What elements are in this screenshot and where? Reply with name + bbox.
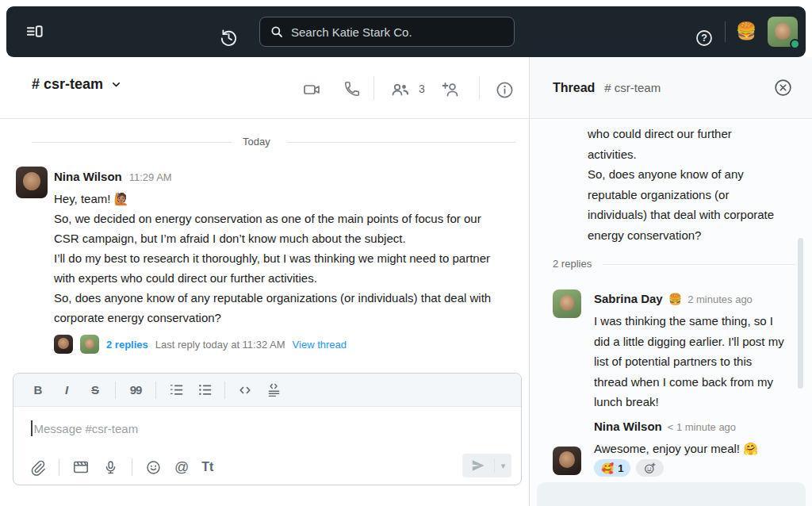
text-format-icon[interactable]: Tt	[201, 460, 213, 474]
reply-author-avatar[interactable]	[553, 447, 581, 475]
toolbar-divider	[115, 381, 116, 399]
reply-author[interactable]: Nina Wilson	[594, 420, 662, 433]
add-person-icon[interactable]	[441, 80, 462, 99]
channel-header: # csr-team 3	[0, 57, 529, 119]
help-icon[interactable]: ?	[695, 29, 714, 48]
reaction-count: 1	[618, 462, 623, 474]
message-input[interactable]	[33, 422, 504, 435]
svg-text:?: ?	[701, 33, 707, 44]
presence-indicator	[790, 39, 800, 49]
date-divider-line	[32, 142, 232, 143]
chevron-down-icon	[111, 79, 121, 90]
reactions-row: 🥰 1	[594, 459, 664, 477]
reply-timestamp: < 1 minute ago	[668, 421, 736, 433]
avatar-face	[58, 338, 68, 349]
bullet-list-icon[interactable]	[196, 381, 213, 398]
message-avatar[interactable]	[16, 167, 48, 198]
date-divider-label: Today	[243, 136, 270, 148]
scrollbar-thumb[interactable]	[798, 238, 803, 389]
reply-avatar	[80, 335, 99, 354]
blockquote-icon[interactable]: 99	[127, 383, 144, 397]
toolbar-divider	[155, 381, 156, 399]
reply-body: I was thinking the same thing, so I did …	[594, 311, 784, 412]
avatar-face	[560, 295, 575, 311]
code-icon[interactable]	[236, 382, 254, 398]
reply-author-avatar[interactable]	[553, 289, 581, 318]
toolbar-divider	[132, 458, 132, 476]
reply-author[interactable]: Sabrina Day	[594, 292, 663, 305]
reply-body: Awesome, enjoy your meal! 🤗	[594, 439, 792, 459]
thread-reply-input[interactable]	[537, 482, 806, 506]
thread-panel: Thread # csr-team who could direct our f…	[529, 57, 812, 506]
user-avatar[interactable]	[768, 17, 798, 47]
header-divider	[373, 76, 374, 100]
send-options-caret[interactable]: ▾	[495, 454, 511, 477]
format-toolbar: B I S 99	[13, 374, 521, 407]
history-icon[interactable]	[219, 28, 239, 48]
ordered-list-icon[interactable]	[167, 381, 185, 398]
video-clip-icon[interactable]	[72, 458, 90, 476]
thread-root-line: So, does anyone know of any reputable or…	[588, 164, 778, 245]
replies-divider-line	[603, 264, 795, 265]
avatar-face	[23, 172, 40, 190]
date-divider-line	[287, 142, 515, 143]
message-author[interactable]: Nina Wilson	[54, 170, 122, 183]
search-bar[interactable]	[259, 17, 515, 47]
top-bar: ? 🍔	[6, 6, 806, 57]
toolbar-divider	[59, 458, 59, 476]
search-input[interactable]	[291, 25, 504, 39]
members-count: 3	[419, 82, 425, 95]
channel-name: # csr-team	[32, 76, 103, 93]
mention-icon[interactable]: @	[174, 459, 189, 476]
send-button[interactable]	[462, 454, 494, 477]
message-line: I’ll do my best to research it thoroughl…	[54, 248, 506, 288]
message-header: Nina Wilson 11:29 AM	[54, 170, 172, 183]
avatar-face	[85, 339, 94, 349]
avatar-face	[559, 451, 575, 468]
thread-root-message: who could direct our further activities.…	[588, 124, 778, 245]
thread-channel-name: # csr-team	[604, 81, 661, 94]
italic-icon[interactable]: I	[58, 383, 75, 397]
thread-root-line: who could direct our further activities.	[588, 124, 778, 164]
message-line: Hey, team! 🙋🏽	[54, 189, 506, 209]
phone-call-icon[interactable]	[343, 80, 361, 98]
search-icon	[270, 25, 284, 39]
reaction-pill[interactable]: 🥰 1	[594, 459, 630, 477]
thread-summary[interactable]: 2 replies Last reply today at 11:32 AM V…	[54, 335, 347, 354]
composer-action-bar: @ Tt ▾	[13, 450, 521, 485]
message-composer: B I S 99	[13, 373, 522, 485]
channel-title[interactable]: # csr-team	[32, 76, 121, 93]
reply-timestamp: 2 minutes ago	[688, 293, 753, 305]
user-status-emoji[interactable]: 🍔	[736, 21, 756, 40]
attach-file-icon[interactable]	[29, 459, 46, 476]
members-icon[interactable]	[390, 80, 411, 99]
info-icon[interactable]	[495, 80, 515, 100]
microphone-icon[interactable]	[102, 459, 119, 476]
sidebar-toggle-icon[interactable]	[25, 23, 44, 41]
topbar-divider	[725, 21, 726, 42]
send-button-group: ▾	[462, 454, 511, 477]
thread-replies-count: 2 replies	[553, 258, 592, 270]
emoji-icon[interactable]	[145, 459, 162, 476]
toolbar-divider	[224, 381, 225, 399]
bold-icon[interactable]: B	[29, 383, 47, 397]
code-block-icon[interactable]	[265, 381, 282, 398]
thread-header: Thread # csr-team	[530, 57, 812, 119]
video-call-icon[interactable]	[302, 80, 321, 99]
reaction-emoji: 🥰	[601, 462, 614, 474]
view-thread-link[interactable]: View thread	[293, 339, 347, 351]
avatar-face	[775, 23, 791, 40]
reply-header: Nina Wilson < 1 minute ago	[594, 420, 736, 433]
strikethrough-icon[interactable]: S	[86, 383, 104, 397]
replies-count-link[interactable]: 2 replies	[106, 339, 148, 351]
reply-header: Sabrina Day 🍔 2 minutes ago	[594, 292, 753, 305]
reply-avatar	[54, 335, 73, 354]
close-icon[interactable]	[773, 78, 793, 98]
message-body: Hey, team! 🙋🏽 So, we decided on energy c…	[54, 189, 506, 328]
last-reply-time: Last reply today at 11:32 AM	[155, 339, 285, 351]
author-status-emoji: 🍔	[668, 293, 682, 305]
header-divider	[479, 76, 480, 100]
message-timestamp: 11:29 AM	[129, 171, 172, 183]
message-line: So, does anyone know of any reputable or…	[54, 288, 506, 328]
add-reaction-button[interactable]	[636, 459, 664, 477]
